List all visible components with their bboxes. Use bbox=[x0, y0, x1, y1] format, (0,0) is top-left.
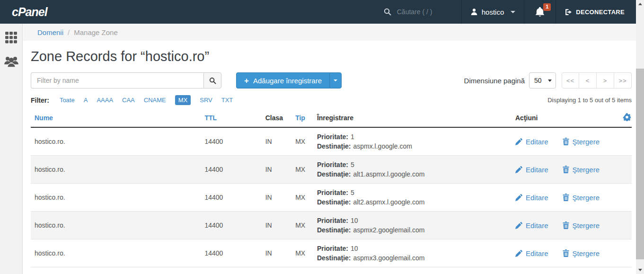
column-header-nume[interactable]: Nume bbox=[31, 111, 201, 127]
priority-value: 1 bbox=[351, 133, 354, 141]
page-size-label: Dimensiune pagină bbox=[464, 77, 525, 85]
select-caret-icon bbox=[548, 80, 552, 82]
edit-button[interactable]: Editare bbox=[515, 249, 548, 257]
toolbar-right: Dimensiune pagină 50 << < > >> bbox=[464, 72, 632, 88]
column-header-tip[interactable]: Tip bbox=[291, 111, 313, 127]
destination-label: Destinaţie: bbox=[317, 198, 351, 206]
priority-value: 5 bbox=[351, 189, 354, 196]
cell-type: MX bbox=[291, 212, 313, 239]
chevron-down-icon bbox=[334, 80, 337, 81]
scrollbar-thumb[interactable] bbox=[636, 69, 644, 259]
pagination-prev-button[interactable]: < bbox=[579, 72, 597, 88]
add-record-dropdown-toggle[interactable] bbox=[329, 72, 342, 88]
column-header-ttl[interactable]: TTL bbox=[201, 111, 261, 127]
vertical-scrollbar[interactable] bbox=[636, 0, 644, 274]
cell-class: IN bbox=[262, 127, 292, 156]
pagination-last-button[interactable]: >> bbox=[614, 72, 632, 88]
left-sidebar bbox=[0, 24, 23, 274]
table-row: hostico.ro. 14400 IN MX Prioritate:10 De… bbox=[31, 212, 632, 239]
filter-mx-active[interactable]: MX bbox=[175, 95, 191, 105]
destination-label: Destinaţie: bbox=[317, 142, 351, 150]
scroll-down-arrow[interactable] bbox=[636, 266, 644, 274]
filter-caa[interactable]: CAA bbox=[122, 97, 135, 104]
edit-button[interactable]: Editare bbox=[515, 166, 548, 174]
logout-button[interactable]: DECONECTARE bbox=[556, 0, 636, 24]
cell-record: Prioritate:1 Destinaţie:aspmx.l.google.c… bbox=[313, 127, 512, 156]
plus-icon: + bbox=[244, 77, 249, 85]
notification-badge: 1 bbox=[543, 3, 551, 11]
displaying-count-text: Displaying 1 to 5 out of 5 items bbox=[547, 97, 632, 104]
priority-value: 5 bbox=[351, 161, 354, 168]
filter-a[interactable]: A bbox=[84, 97, 88, 104]
table-row: hostico.ro. 14400 IN MX Prioritate:10 De… bbox=[31, 239, 632, 267]
apps-grid-icon[interactable] bbox=[5, 31, 18, 44]
filter-row: Filter: Toate A AAAA CAA CNAME MX SRV TX… bbox=[31, 95, 632, 105]
cell-record: Prioritate:5 Destinaţie:alt1.aspmx.l.goo… bbox=[313, 156, 512, 184]
notifications-button[interactable]: 1 bbox=[524, 0, 556, 24]
edit-button[interactable]: Editare bbox=[515, 194, 548, 202]
filter-aaaa[interactable]: AAAA bbox=[97, 97, 113, 104]
destination-label: Destinaţie: bbox=[317, 226, 351, 234]
record-type-filters: Filter: Toate A AAAA CAA CNAME MX SRV TX… bbox=[31, 95, 233, 105]
priority-value: 10 bbox=[351, 217, 358, 224]
filter-cname[interactable]: CNAME bbox=[144, 97, 166, 104]
chevron-down-icon bbox=[511, 11, 515, 13]
global-search[interactable] bbox=[377, 0, 461, 24]
edit-button[interactable]: Editare bbox=[515, 221, 548, 230]
cell-name: hostico.ro. bbox=[31, 239, 201, 267]
add-record-split-button: + Adăugare înregistrare bbox=[236, 72, 342, 88]
add-record-label: Adăugare înregistrare bbox=[253, 77, 322, 85]
row-actions: Editare Ştergere bbox=[515, 166, 628, 174]
filter-toate[interactable]: Toate bbox=[60, 97, 75, 104]
page-size-value: 50 bbox=[534, 77, 542, 84]
delete-button[interactable]: Ştergere bbox=[563, 138, 600, 146]
user-icon bbox=[470, 8, 478, 16]
trash-icon bbox=[563, 166, 569, 173]
cell-type: MX bbox=[291, 156, 313, 184]
gear-icon[interactable] bbox=[623, 113, 631, 121]
cell-class: IN bbox=[262, 184, 292, 212]
add-record-button[interactable]: + Adăugare înregistrare bbox=[236, 72, 329, 88]
global-search-input[interactable] bbox=[397, 8, 454, 16]
delete-button[interactable]: Ştergere bbox=[563, 194, 600, 202]
pagination-first-button[interactable]: << bbox=[562, 72, 579, 88]
delete-button[interactable]: Ştergere bbox=[563, 166, 600, 174]
cpanel-app: cPanel hostico 1 DECONECTARE bbox=[0, 0, 644, 274]
pencil-icon bbox=[515, 194, 522, 201]
cell-ttl: 14400 bbox=[201, 184, 261, 212]
filter-srv[interactable]: SRV bbox=[200, 97, 212, 104]
search-icon bbox=[384, 8, 391, 16]
priority-label: Prioritate: bbox=[317, 133, 348, 141]
cell-type: MX bbox=[291, 184, 313, 212]
priority-value: 10 bbox=[351, 245, 358, 252]
user-menu[interactable]: hostico bbox=[461, 0, 524, 24]
cell-class: IN bbox=[262, 156, 292, 184]
destination-value: alt2.aspmx.l.google.com bbox=[353, 198, 424, 206]
scroll-up-arrow[interactable] bbox=[636, 0, 644, 8]
name-filter-group bbox=[31, 72, 221, 88]
trash-icon bbox=[563, 138, 569, 145]
destination-label: Destinaţie: bbox=[317, 170, 351, 178]
logout-label: DECONECTARE bbox=[576, 9, 625, 16]
cell-name: hostico.ro. bbox=[31, 184, 201, 212]
cell-class: IN bbox=[262, 239, 292, 267]
delete-button[interactable]: Ştergere bbox=[563, 249, 600, 257]
priority-label: Prioritate: bbox=[317, 245, 348, 252]
destination-value: aspmx.l.google.com bbox=[353, 142, 412, 150]
user-groups-icon[interactable] bbox=[4, 55, 19, 68]
delete-button[interactable]: Ştergere bbox=[563, 221, 600, 230]
filter-label: Filter: bbox=[31, 97, 49, 104]
name-filter-input[interactable] bbox=[31, 72, 203, 88]
edit-button[interactable]: Editare bbox=[515, 138, 548, 146]
cell-type: MX bbox=[291, 127, 313, 156]
filter-txt[interactable]: TXT bbox=[221, 97, 233, 104]
page-size-select[interactable]: 50 bbox=[529, 72, 556, 88]
name-filter-search-button[interactable] bbox=[203, 72, 221, 88]
cell-record: Prioritate:10 Destinaţie:aspmx3.googlema… bbox=[313, 239, 512, 267]
cell-name: hostico.ro. bbox=[31, 212, 201, 239]
cell-ttl: 14400 bbox=[201, 127, 261, 156]
pagination-next-button[interactable]: > bbox=[597, 72, 614, 88]
top-bar-right: hostico 1 DECONECTARE bbox=[377, 0, 636, 24]
breadcrumb-domenii-link[interactable]: Domenii bbox=[37, 28, 63, 36]
row-actions: Editare Ştergere bbox=[515, 221, 628, 230]
